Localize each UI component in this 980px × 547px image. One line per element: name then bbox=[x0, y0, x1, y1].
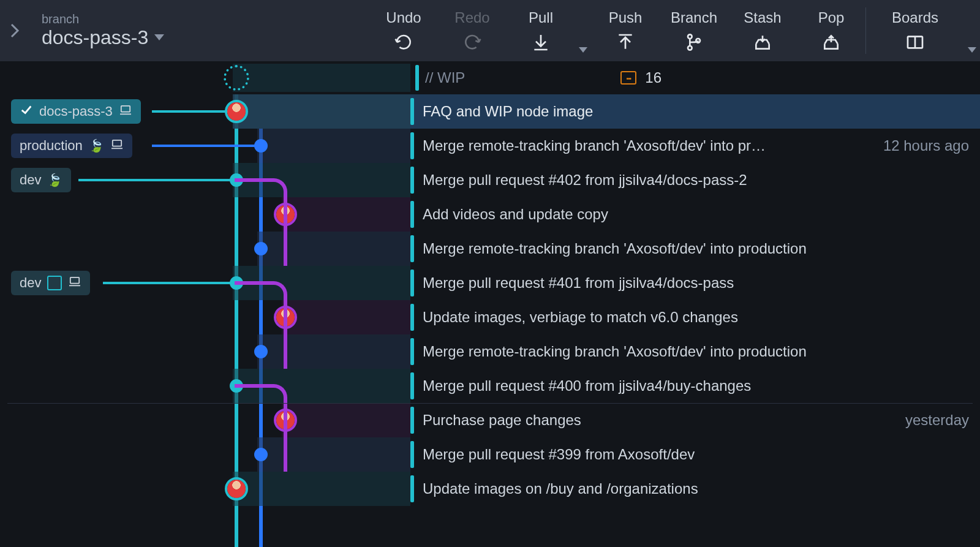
commit-row[interactable]: Merge pull request #402 from jjsilva4/do… bbox=[0, 163, 980, 197]
commit-message: Merge pull request #400 from jjsilva4/bu… bbox=[423, 377, 858, 394]
commit-row[interactable]: Merge pull request #401 from jjsilva4/do… bbox=[0, 266, 980, 300]
commit-message: Merge remote-tracking branch 'Axosoft/de… bbox=[423, 240, 858, 257]
svg-point-1 bbox=[688, 34, 692, 39]
wip-placeholder: // WIP bbox=[425, 69, 465, 86]
commit-message: Merge pull request #402 from jjsilva4/do… bbox=[423, 172, 858, 189]
branch-icon bbox=[684, 32, 704, 52]
commit-row[interactable]: Merge pull request #399 from Axosoft/dev bbox=[0, 437, 980, 472]
day-divider bbox=[7, 403, 973, 404]
repo-chevron-icon[interactable] bbox=[0, 0, 29, 61]
commit-row[interactable]: Update images, verbiage to match v6.0 ch… bbox=[0, 300, 980, 334]
pull-dropdown[interactable] bbox=[575, 0, 591, 61]
wip-node-icon bbox=[224, 65, 249, 91]
pop-icon bbox=[821, 32, 841, 52]
commit-node bbox=[254, 448, 268, 461]
commit-row[interactable]: Add videos and update copy bbox=[0, 197, 980, 232]
commit-node bbox=[254, 242, 268, 255]
commit-message: Purchase page changes bbox=[423, 412, 858, 429]
branch-name: docs-pass-3 bbox=[42, 26, 164, 49]
commit-node bbox=[254, 139, 268, 153]
stash-icon bbox=[753, 32, 772, 52]
commit-message: Merge pull request #401 from jjsilva4/do… bbox=[423, 274, 858, 292]
stash-button[interactable]: Stash bbox=[728, 0, 797, 61]
commit-message: Merge remote-tracking branch 'Axosoft/de… bbox=[423, 343, 858, 360]
commit-time: 12 hours ago bbox=[883, 137, 969, 154]
toolbar: branch docs-pass-3 Undo Redo Pull Push B… bbox=[0, 0, 980, 61]
branch-label: branch bbox=[42, 12, 164, 26]
commit-row[interactable]: Update images on /buy and /organizations bbox=[0, 472, 980, 506]
boards-icon bbox=[905, 32, 925, 52]
wip-files-icon bbox=[620, 71, 636, 85]
push-button[interactable]: Push bbox=[591, 0, 660, 61]
pop-button[interactable]: Pop bbox=[797, 0, 865, 61]
branch-selector[interactable]: branch docs-pass-3 bbox=[29, 0, 164, 61]
redo-button[interactable]: Redo bbox=[438, 0, 507, 61]
commit-message: Add videos and update copy bbox=[423, 206, 858, 223]
commit-row[interactable]: Merge remote-tracking branch 'Axosoft/de… bbox=[0, 129, 980, 163]
wip-file-count: 16 bbox=[645, 69, 662, 86]
commit-message: FAQ and WIP node image bbox=[423, 103, 858, 120]
undo-button[interactable]: Undo bbox=[369, 0, 438, 61]
pull-button[interactable]: Pull bbox=[507, 0, 575, 61]
commit-row[interactable]: Merge remote-tracking branch 'Axosoft/de… bbox=[0, 334, 980, 369]
branch-button[interactable]: Branch bbox=[660, 0, 728, 61]
pull-icon bbox=[531, 32, 551, 52]
boards-button[interactable]: Boards bbox=[866, 0, 964, 61]
commit-row[interactable]: Merge remote-tracking branch 'Axosoft/de… bbox=[0, 232, 980, 266]
commit-message: Merge pull request #399 from Axosoft/dev bbox=[423, 446, 858, 463]
svg-point-2 bbox=[688, 46, 692, 50]
commit-row[interactable]: FAQ and WIP node image bbox=[0, 94, 980, 129]
commit-graph[interactable]: docs-pass-3production🍃dev🍃dev FAQ and WI… bbox=[0, 94, 980, 547]
commit-row[interactable]: Merge pull request #400 from jjsilva4/bu… bbox=[0, 369, 980, 403]
avatar bbox=[225, 477, 248, 500]
redo-icon bbox=[462, 32, 482, 52]
push-icon bbox=[616, 32, 635, 52]
commit-message: Merge remote-tracking branch 'Axosoft/de… bbox=[423, 137, 858, 154]
commit-time: yesterday bbox=[905, 412, 969, 429]
avatar bbox=[225, 100, 248, 123]
undo-icon bbox=[394, 32, 413, 52]
boards-dropdown[interactable] bbox=[964, 0, 980, 61]
wip-row[interactable]: // WIP 16 bbox=[0, 61, 980, 94]
svg-marker-0 bbox=[154, 34, 164, 40]
commit-node bbox=[254, 345, 268, 358]
commit-message: Update images, verbiage to match v6.0 ch… bbox=[423, 309, 858, 326]
commit-message: Update images on /buy and /organizations bbox=[423, 480, 858, 497]
commit-row[interactable]: Purchase page changesyesterday bbox=[0, 403, 980, 437]
chevron-down-icon bbox=[154, 34, 164, 42]
